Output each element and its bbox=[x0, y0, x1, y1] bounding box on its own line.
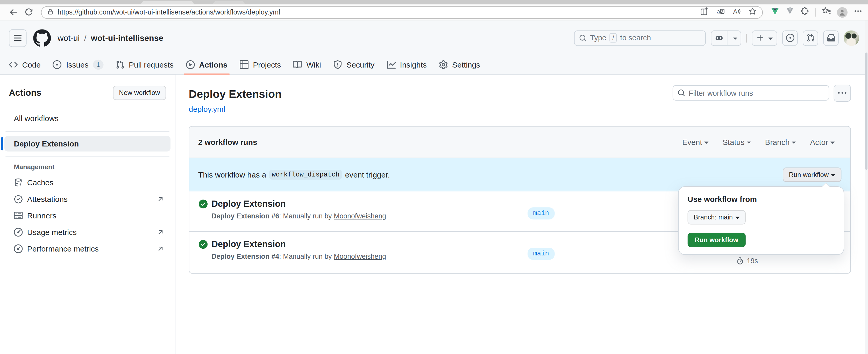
tab-code[interactable]: Code bbox=[4, 56, 45, 74]
favorites-bar-icon[interactable] bbox=[822, 7, 831, 18]
new-workflow-button[interactable]: New workflow bbox=[113, 86, 166, 100]
page-scrollbar[interactable] bbox=[865, 21, 868, 354]
run-workflow-dropdown-button[interactable]: Run workflow bbox=[783, 167, 842, 182]
runs-panel-header: 2 workflow runs Event Status Branch Acto… bbox=[189, 127, 850, 158]
issues-dashboard-button[interactable] bbox=[782, 30, 798, 45]
github-logo[interactable] bbox=[33, 29, 51, 46]
chevron-down-icon bbox=[735, 217, 740, 219]
issues-count-badge: 1 bbox=[93, 60, 103, 70]
workflow-main: Deploy Extension deploy.yml 2 workflow r… bbox=[176, 74, 868, 354]
sidebar-item-all-workflows[interactable]: All workflows bbox=[4, 110, 170, 127]
sidebar-item-usage-metrics[interactable]: Usage metrics bbox=[4, 224, 170, 240]
translate-icon[interactable]: a bbox=[716, 7, 725, 17]
workflow-file-link[interactable]: deploy.yml bbox=[189, 105, 225, 113]
tab-label: Projects bbox=[253, 60, 281, 69]
read-aloud-icon[interactable]: A bbox=[733, 7, 741, 17]
sidebar-item-caches[interactable]: Caches bbox=[4, 174, 170, 191]
tab-actions[interactable]: Actions bbox=[181, 56, 232, 74]
chevron-down-icon bbox=[768, 37, 773, 40]
vue-devtools-icon[interactable] bbox=[771, 7, 779, 18]
lock-icon bbox=[47, 7, 54, 17]
server-icon bbox=[14, 211, 23, 220]
browser-profile-avatar[interactable] bbox=[837, 7, 847, 17]
selected-accent-bar bbox=[1, 137, 3, 150]
copilot-button[interactable] bbox=[711, 30, 741, 45]
sidebar-item-deploy-extension[interactable]: Deploy Extension bbox=[4, 136, 170, 152]
cache-database-icon bbox=[14, 178, 23, 187]
chevron-down-icon bbox=[704, 142, 709, 144]
split-screen-icon[interactable] bbox=[700, 7, 709, 17]
run-description: Deploy Extension #6: Manually run by Moo… bbox=[211, 212, 386, 220]
sidebar-item-performance-metrics[interactable]: Performance metrics bbox=[4, 240, 170, 257]
refresh-button[interactable] bbox=[21, 5, 36, 19]
actor-filter[interactable]: Actor bbox=[810, 138, 835, 146]
filter-runs-input[interactable] bbox=[689, 89, 824, 97]
actor-link[interactable]: Moonofweisheng bbox=[334, 212, 386, 220]
tab-projects[interactable]: Projects bbox=[235, 56, 285, 74]
toolbar-divider bbox=[815, 8, 816, 16]
tab-pull-requests[interactable]: Pull requests bbox=[111, 56, 178, 74]
branch-badge[interactable]: main bbox=[528, 207, 555, 219]
search-placeholder-after: to search bbox=[620, 34, 651, 42]
tab-wiki[interactable]: Wiki bbox=[289, 56, 326, 74]
extensions-puzzle-icon[interactable] bbox=[800, 7, 809, 18]
branch-select-button[interactable]: Branch: main bbox=[688, 210, 746, 224]
hamburger-menu-button[interactable] bbox=[9, 29, 26, 46]
tab-label: Pull requests bbox=[129, 60, 174, 69]
status-filter[interactable]: Status bbox=[723, 138, 751, 146]
sidebar-divider bbox=[5, 131, 169, 132]
run-duration: 19s bbox=[736, 257, 758, 265]
workflow-dispatch-code: workflow_dispatch bbox=[269, 170, 342, 179]
branch-filter[interactable]: Branch bbox=[765, 138, 796, 146]
tab-insights[interactable]: Insights bbox=[382, 56, 431, 74]
actions-sidebar: Actions New workflow All workflows Deplo… bbox=[0, 74, 176, 354]
create-new-button[interactable] bbox=[752, 30, 777, 45]
browser-toolbar: https://github.com/wot-ui/wot-ui-intelli… bbox=[0, 4, 868, 21]
runs-count: 2 workflow runs bbox=[198, 138, 257, 146]
copilot-dropdown[interactable] bbox=[727, 31, 741, 45]
breadcrumb: wot-ui / wot-ui-intellisense bbox=[58, 33, 163, 42]
browser-tabstrip bbox=[0, 0, 868, 4]
url-bar[interactable]: https://github.com/wot-ui/wot-ui-intelli… bbox=[41, 6, 763, 19]
inbox-button[interactable] bbox=[823, 30, 839, 45]
favorite-star-icon[interactable] bbox=[749, 7, 757, 17]
filter-runs-search[interactable] bbox=[673, 85, 829, 101]
breadcrumb-separator: / bbox=[84, 33, 87, 42]
sidebar-item-attestations[interactable]: Attestations bbox=[4, 191, 170, 207]
sidebar-item-runners[interactable]: Runners bbox=[4, 207, 170, 224]
workflow-options-button[interactable] bbox=[834, 84, 851, 102]
url-text: https://github.com/wot-ui/wot-ui-intelli… bbox=[58, 8, 700, 16]
stopwatch-icon bbox=[736, 257, 744, 265]
pull-requests-button[interactable] bbox=[803, 30, 818, 45]
breadcrumb-org[interactable]: wot-ui bbox=[58, 33, 80, 42]
back-button[interactable] bbox=[5, 5, 21, 19]
slash-key-hint: / bbox=[610, 33, 617, 42]
run-title-link[interactable]: Deploy Extension bbox=[211, 199, 286, 209]
breadcrumb-repo[interactable]: wot-ui-intellisense bbox=[91, 33, 163, 42]
vite-extension-icon[interactable] bbox=[785, 7, 795, 18]
branch-badge[interactable]: main bbox=[528, 248, 555, 260]
event-filter[interactable]: Event bbox=[682, 138, 709, 146]
browser-tab[interactable] bbox=[213, 1, 245, 4]
tab-label: Wiki bbox=[307, 60, 321, 69]
item-label: Attestations bbox=[27, 194, 153, 203]
tab-issues[interactable]: Issues 1 bbox=[49, 56, 108, 74]
external-link-icon bbox=[157, 196, 164, 202]
browser-menu-icon[interactable] bbox=[854, 7, 862, 18]
search-icon bbox=[678, 89, 685, 97]
svg-text:A: A bbox=[733, 8, 737, 15]
scrollbar-thumb[interactable] bbox=[865, 52, 867, 170]
global-search-input[interactable]: Type / to search bbox=[574, 30, 706, 45]
tab-label: Settings bbox=[452, 60, 480, 69]
tab-security[interactable]: Security bbox=[329, 56, 379, 74]
browser-tab[interactable] bbox=[141, 1, 194, 4]
run-workflow-submit-button[interactable]: Run workflow bbox=[688, 233, 746, 247]
actor-link[interactable]: Moonofweisheng bbox=[334, 253, 386, 260]
run-title-link[interactable]: Deploy Extension bbox=[211, 239, 286, 249]
user-avatar[interactable] bbox=[844, 30, 859, 45]
tab-settings[interactable]: Settings bbox=[435, 56, 485, 74]
workflow-name: Deploy Extension bbox=[14, 139, 79, 148]
copilot-icon[interactable] bbox=[711, 31, 727, 45]
meter-icon bbox=[14, 244, 23, 253]
chevron-down-icon bbox=[747, 142, 751, 144]
